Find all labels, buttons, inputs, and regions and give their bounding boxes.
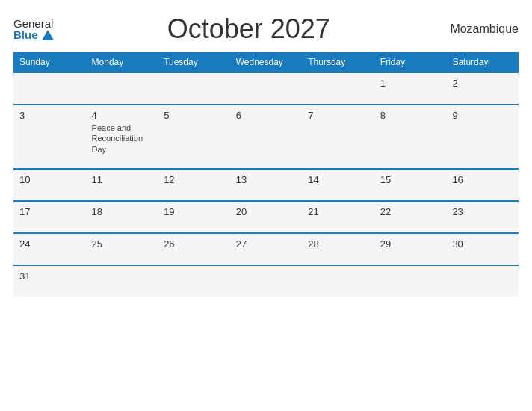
calendar-day-cell: 25 bbox=[86, 233, 158, 265]
weekday-header-thursday: Thursday bbox=[302, 52, 374, 72]
calendar-day-cell: 1 bbox=[374, 72, 447, 105]
calendar-day-cell: 23 bbox=[446, 201, 519, 233]
day-number: 28 bbox=[308, 238, 368, 250]
calendar-week-row: 17181920212223 bbox=[13, 201, 519, 233]
calendar-header: General Blue October 2027 Mozambique bbox=[13, 13, 519, 45]
day-number: 11 bbox=[92, 174, 152, 185]
calendar-wrapper: General Blue October 2027 Mozambique Sun… bbox=[0, 0, 532, 411]
day-number: 3 bbox=[19, 110, 80, 121]
day-number: 1 bbox=[380, 78, 441, 89]
day-number: 12 bbox=[164, 174, 224, 185]
logo: General Blue bbox=[13, 18, 54, 40]
weekday-header-monday: Monday bbox=[86, 52, 158, 72]
weekday-header-wednesday: Wednesday bbox=[230, 52, 303, 72]
calendar-day-cell: 13 bbox=[230, 169, 303, 201]
calendar-day-cell: 10 bbox=[13, 169, 86, 201]
calendar-day-cell: 4Peace and Reconciliation Day bbox=[86, 105, 158, 169]
calendar-day-cell: 26 bbox=[158, 233, 230, 265]
day-number: 29 bbox=[380, 238, 441, 250]
weekday-header-sunday: Sunday bbox=[13, 52, 86, 72]
day-number: 24 bbox=[19, 238, 80, 250]
calendar-day-cell bbox=[158, 72, 230, 105]
calendar-day-cell bbox=[302, 72, 374, 105]
day-number: 22 bbox=[380, 206, 441, 217]
day-number: 4 bbox=[92, 110, 152, 121]
weekday-header-saturday: Saturday bbox=[446, 52, 519, 72]
day-number: 5 bbox=[164, 110, 224, 121]
day-number: 19 bbox=[164, 206, 224, 217]
day-number: 15 bbox=[380, 174, 441, 185]
calendar-day-cell: 12 bbox=[158, 169, 230, 201]
calendar-day-cell: 8 bbox=[374, 105, 447, 169]
calendar-week-row: 31 bbox=[13, 265, 519, 297]
calendar-day-cell bbox=[86, 72, 158, 105]
calendar-day-cell: 3 bbox=[13, 105, 86, 169]
calendar-table: SundayMondayTuesdayWednesdayThursdayFrid… bbox=[13, 52, 519, 297]
day-number: 14 bbox=[308, 174, 368, 185]
calendar-day-cell: 18 bbox=[86, 201, 158, 233]
day-number: 25 bbox=[92, 238, 152, 250]
day-number: 16 bbox=[452, 174, 513, 185]
day-number: 18 bbox=[92, 206, 152, 217]
calendar-day-cell: 15 bbox=[374, 169, 447, 201]
calendar-day-cell: 14 bbox=[302, 169, 374, 201]
logo-triangle-icon bbox=[42, 30, 54, 40]
calendar-day-cell bbox=[374, 265, 447, 297]
calendar-day-cell bbox=[13, 72, 86, 105]
calendar-day-cell: 21 bbox=[302, 201, 374, 233]
day-number: 20 bbox=[236, 206, 297, 217]
day-number: 17 bbox=[19, 206, 80, 217]
calendar-day-cell: 20 bbox=[230, 201, 303, 233]
logo-blue-text: Blue bbox=[13, 29, 38, 40]
weekday-header-row: SundayMondayTuesdayWednesdayThursdayFrid… bbox=[13, 52, 519, 72]
calendar-day-cell bbox=[302, 265, 374, 297]
day-number: 7 bbox=[308, 110, 368, 121]
logo-general-text: General bbox=[13, 18, 54, 29]
calendar-day-cell bbox=[230, 72, 303, 105]
day-number: 23 bbox=[452, 206, 513, 217]
calendar-day-cell: 7 bbox=[302, 105, 374, 169]
calendar-week-row: 34Peace and Reconciliation Day56789 bbox=[13, 105, 519, 169]
calendar-day-cell: 29 bbox=[374, 233, 447, 265]
calendar-day-cell: 11 bbox=[86, 169, 158, 201]
calendar-day-cell: 5 bbox=[158, 105, 230, 169]
weekday-header-tuesday: Tuesday bbox=[158, 52, 230, 72]
calendar-day-cell: 6 bbox=[230, 105, 303, 169]
calendar-day-cell: 31 bbox=[13, 265, 86, 297]
calendar-day-cell: 24 bbox=[13, 233, 86, 265]
day-number: 6 bbox=[236, 110, 297, 121]
day-number: 27 bbox=[236, 238, 297, 250]
calendar-day-cell: 30 bbox=[446, 233, 519, 265]
calendar-day-cell: 17 bbox=[13, 201, 86, 233]
calendar-week-row: 12 bbox=[13, 72, 519, 105]
day-number: 30 bbox=[452, 238, 513, 250]
calendar-week-row: 10111213141516 bbox=[13, 169, 519, 201]
calendar-title: October 2027 bbox=[54, 13, 444, 45]
day-number: 2 bbox=[452, 78, 513, 89]
day-number: 13 bbox=[236, 174, 297, 185]
day-number: 10 bbox=[19, 174, 80, 185]
calendar-day-cell: 27 bbox=[230, 233, 303, 265]
day-number: 31 bbox=[19, 271, 80, 282]
day-number: 26 bbox=[164, 238, 224, 250]
calendar-day-cell: 22 bbox=[374, 201, 447, 233]
calendar-day-cell bbox=[230, 265, 303, 297]
calendar-day-cell: 2 bbox=[446, 72, 519, 105]
calendar-day-cell: 9 bbox=[446, 105, 519, 169]
day-number: 9 bbox=[452, 110, 513, 121]
day-event: Peace and Reconciliation Day bbox=[92, 123, 152, 155]
calendar-day-cell: 28 bbox=[302, 233, 374, 265]
day-number: 21 bbox=[308, 206, 368, 217]
calendar-day-cell bbox=[86, 265, 158, 297]
calendar-week-row: 24252627282930 bbox=[13, 233, 519, 265]
calendar-day-cell bbox=[446, 265, 519, 297]
country-label: Mozambique bbox=[444, 22, 519, 36]
calendar-day-cell bbox=[158, 265, 230, 297]
day-number: 8 bbox=[380, 110, 441, 121]
calendar-day-cell: 16 bbox=[446, 169, 519, 201]
logo-blue-row: Blue bbox=[13, 29, 54, 40]
calendar-day-cell: 19 bbox=[158, 201, 230, 233]
weekday-header-friday: Friday bbox=[374, 52, 447, 72]
